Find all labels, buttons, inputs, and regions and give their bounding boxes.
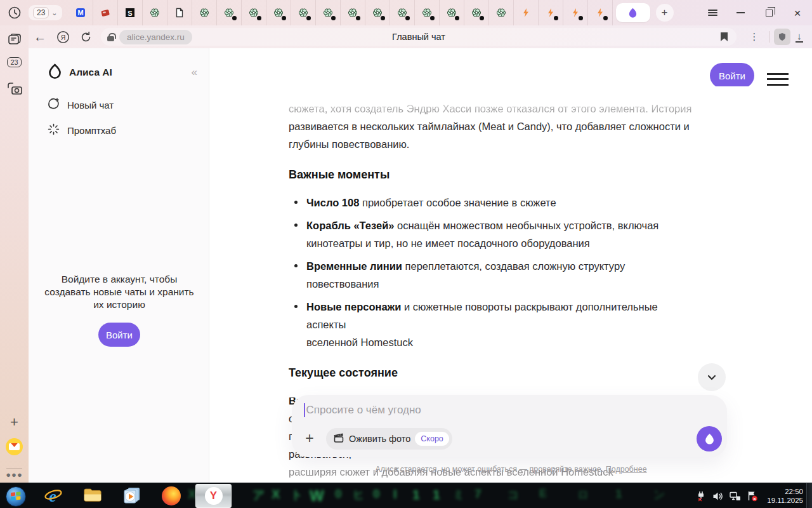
tab-counter-value: 23 (33, 7, 49, 18)
matrix-glyph: 1 (433, 487, 440, 502)
section-heading: Текущее состояние (289, 364, 695, 382)
back-button[interactable]: ← (29, 30, 51, 44)
matrix-glyph: ン (653, 487, 665, 502)
tab-bolt[interactable] (514, 0, 539, 25)
tab-s[interactable]: S (118, 0, 143, 25)
show-desktop-button[interactable] (806, 483, 812, 508)
attach-button[interactable]: + (302, 431, 317, 446)
svg-text:Я: Я (60, 33, 65, 41)
tab-counter[interactable]: 23 ⌄ (29, 5, 62, 20)
taskbar-firefox[interactable] (162, 486, 181, 505)
tab-spiro[interactable] (242, 0, 266, 25)
minimize-button[interactable] (731, 3, 750, 22)
tab-m[interactable]: M (69, 0, 93, 25)
address-bar[interactable]: alice.yandex.ru Главный чат (101, 28, 737, 46)
alice-voice-button[interactable] (697, 426, 722, 451)
downloads-icon[interactable]: ↓ (796, 31, 803, 43)
protect-shield-icon[interactable] (774, 29, 790, 45)
tab-spiro[interactable] (464, 0, 489, 25)
header-login-button[interactable]: Войти (710, 63, 754, 88)
url-text[interactable]: alice.yandex.ru (119, 30, 192, 44)
matrix-glyph: 1 (412, 487, 420, 502)
recent-pages-icon[interactable] (0, 33, 29, 47)
screenshot-icon[interactable] (0, 81, 29, 97)
tab-notification-dot (579, 16, 583, 20)
tab-spiro[interactable] (217, 0, 242, 25)
lock-icon[interactable] (107, 33, 114, 41)
clapperboard-icon (334, 433, 344, 445)
action-center-alert-icon[interactable]: ✕ (747, 491, 758, 502)
tab-spiro[interactable] (316, 0, 341, 25)
mail-icon[interactable] (0, 438, 29, 455)
tab-spiro[interactable] (390, 0, 415, 25)
revive-photo-label: Оживить фото (349, 434, 410, 444)
matrix-glyph: E (539, 487, 547, 500)
window-controls: × (703, 0, 807, 25)
matrix-glyph: 0 (373, 487, 380, 501)
tab-spiro[interactable] (192, 0, 217, 25)
text-line: развивается в нескольких таймлайнах (Mea… (289, 117, 695, 135)
tab-bolt[interactable] (588, 0, 613, 25)
sidebar-item-prompthub[interactable]: Промптхаб (48, 123, 116, 137)
matrix-glyph: 7 (475, 487, 481, 501)
taskbar-wmp[interactable] (123, 486, 142, 507)
bullet-item: Новые персонажи и сюжетные повороты раск… (289, 298, 695, 351)
tab-active-alice[interactable] (616, 3, 650, 22)
tab-spiro[interactable] (143, 0, 167, 25)
power-alert-icon[interactable]: ✕ (695, 491, 707, 502)
taskbar-yandex-browser-active[interactable]: Y (195, 484, 232, 508)
tab-spiro[interactable] (341, 0, 365, 25)
refresh-icon[interactable] (74, 31, 97, 43)
network-icon[interactable] (730, 491, 741, 501)
close-button[interactable]: × (788, 3, 807, 22)
browser-menu-icon[interactable] (703, 3, 722, 22)
new-tab-button[interactable]: + (656, 4, 674, 22)
clock-time: 22:50 (767, 487, 803, 496)
taskbar-clock[interactable]: 22:50 19.11.2025 (767, 487, 803, 505)
disclaimer: Алиса старается, но может ошибаться — пр… (210, 465, 812, 474)
restore-button[interactable] (759, 3, 778, 22)
matrix-glyph: ト (291, 487, 303, 504)
bookmark-icon[interactable] (721, 32, 728, 41)
sidebar-item-new-chat[interactable]: Новый чат (48, 98, 114, 112)
more-panels-icon[interactable]: ●●● (0, 470, 29, 479)
yandex-services-icon[interactable]: Я (51, 30, 74, 44)
add-panel-icon[interactable]: + (0, 414, 29, 431)
composer-placeholder[interactable]: Спросите о чём угодно (306, 404, 421, 417)
tab-spiro[interactable] (365, 0, 390, 25)
taskbar-ie[interactable]: e (44, 486, 63, 508)
soon-badge: Скоро (415, 432, 449, 446)
tab-notification-dot (331, 16, 336, 20)
text-line: сюжета, хотя создатель Эндрю Хасси позже… (289, 100, 695, 117)
tab-spiro[interactable] (266, 0, 291, 25)
tab-red[interactable] (93, 0, 118, 25)
page-menu-icon[interactable] (767, 69, 789, 90)
alice-logo-icon (48, 64, 62, 81)
taskbar-explorer[interactable] (83, 486, 102, 505)
scroll-to-bottom-button[interactable] (698, 363, 726, 391)
bullet-item: Временные линии переплетаются, создавая … (289, 257, 695, 293)
history-clock-icon[interactable] (0, 6, 29, 20)
revive-photo-button[interactable]: Оживить фото Скоро (326, 428, 452, 450)
tab-spiro[interactable] (291, 0, 316, 25)
tab-bolt[interactable] (563, 0, 588, 25)
matrix-glyph: ア (252, 487, 265, 504)
section-heading: Важные моменты (289, 166, 695, 184)
matrix-glyph: ロ (577, 487, 589, 502)
tab-spiro[interactable] (489, 0, 514, 25)
taskbar-start[interactable] (6, 486, 26, 507)
more-info-link[interactable]: Подробнее (606, 465, 647, 474)
matrix-glyph: ヒ (353, 487, 364, 502)
chat-composer[interactable]: Спросите о чём угодно + Оживить фото Ско… (292, 395, 727, 457)
browser-side-panel: 23 + ●●● (0, 25, 29, 483)
tab-doc[interactable] (167, 0, 192, 25)
alice-sidebar: Алиса AI « Новый чат Промптхаб Войдите в… (29, 48, 209, 483)
tab-spiro[interactable] (440, 0, 464, 25)
sidebar-login-button[interactable]: Войти (98, 323, 140, 347)
tab-spiro[interactable] (415, 0, 440, 25)
extensions-menu-icon[interactable]: ⋮ (743, 31, 766, 43)
volume-icon[interactable] (712, 491, 724, 501)
tabs-counter-icon[interactable]: 23 (0, 57, 29, 67)
collapse-sidebar-icon[interactable]: « (192, 66, 197, 79)
tab-bolt[interactable] (539, 0, 563, 25)
